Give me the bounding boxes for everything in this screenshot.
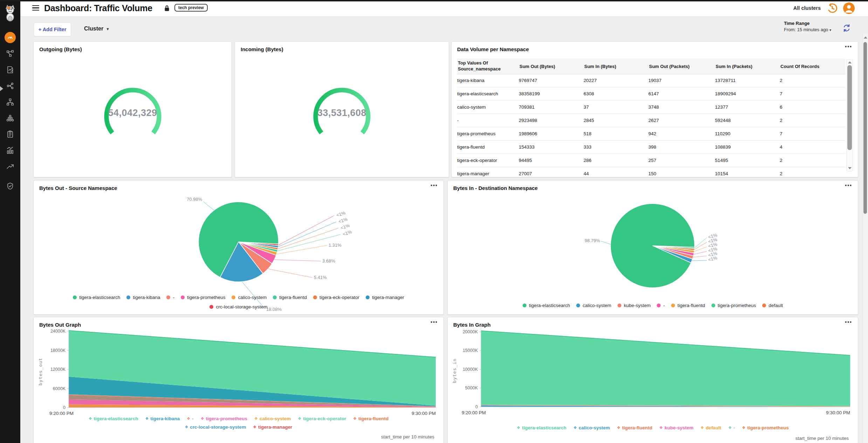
legend-item-calico-system[interactable]: calico-system — [576, 303, 611, 308]
legend-item-default[interactable]: ❖default — [701, 425, 721, 430]
legend-label: tigera-elasticsearch — [94, 416, 138, 421]
legend-item-tigera-elasticsearch[interactable]: ❖tigera-elasticsearch — [517, 425, 566, 430]
table-row[interactable]: tigera-prometheus19896065189421102907 — [457, 127, 845, 141]
legend-label: tigera-eck-operator — [319, 295, 359, 300]
table-row[interactable]: calico-system709381373748123776 — [457, 101, 845, 114]
area-series-tigera-elasticsearch[interactable] — [481, 331, 850, 406]
nav-service-graph[interactable] — [0, 47, 20, 60]
table-row[interactable]: tigera-elasticsearch38358199630861471890… — [457, 87, 845, 101]
time-range-value[interactable]: From: 15 minutes ago ▾ — [784, 27, 831, 32]
page-scrollbar-thumb[interactable] — [863, 42, 867, 214]
series-toggle-icon: ❖ — [701, 425, 704, 430]
legend-item-tigera-kibana[interactable]: ❖tigera-kibana — [145, 416, 180, 421]
table-row[interactable]: tigera-eck-operator94495286257514952 — [457, 154, 845, 167]
legend-item-calico-system[interactable]: calico-system — [232, 295, 267, 300]
panel-pie-bytes-in: Bytes In - Destination Namespace ••• <1%… — [447, 180, 858, 315]
panel-menu-button[interactable]: ••• — [845, 183, 852, 188]
area-chart-bytes-in[interactable]: 05000K10000K15000K20000K9:20:00 PM9:30:0… — [448, 317, 858, 443]
sidebar-flyout-handle[interactable] — [0, 86, 3, 91]
legend-swatch — [671, 304, 675, 307]
table-cell: calico-system — [457, 104, 519, 110]
nav-reports[interactable] — [0, 144, 20, 157]
nav-clusters[interactable] — [0, 111, 20, 125]
table-row[interactable]: tigera-manager2700744150101542 — [457, 167, 845, 177]
nav-dashboard[interactable] — [0, 31, 20, 44]
table-row[interactable]: tigera-kibana97697472022719037137287112 — [457, 74, 845, 87]
legend-item-tigera-fluentd[interactable]: tigera-fluentd — [273, 295, 307, 300]
legend-item-tigera-prometheus[interactable]: tigera-prometheus — [711, 303, 756, 308]
legend-item--[interactable]: - — [657, 303, 665, 308]
nav-trends[interactable] — [0, 160, 20, 173]
legend-item-kube-system[interactable]: ❖kube-system — [659, 425, 693, 430]
panel-bytes-out-graph: Bytes Out Graph ••• 06000K12000K18000K24… — [33, 317, 444, 443]
table-cell: 518 — [584, 131, 648, 136]
table-cell: tigera-prometheus — [457, 131, 519, 136]
add-filter-button[interactable]: + Add Filter — [34, 22, 71, 36]
series-toggle-icon: ❖ — [353, 416, 357, 421]
table-scrollbar[interactable] — [846, 59, 853, 171]
legend-item-tigera-fluentd[interactable]: tigera-fluentd — [671, 303, 705, 308]
legend-item-tigera-manager[interactable]: ❖tigera-manager — [253, 424, 292, 430]
scroll-up-icon[interactable] — [864, 36, 867, 39]
panel-bytes-in-graph: Bytes In Graph ••• 05000K10000K15000K200… — [447, 317, 858, 443]
refresh-icon[interactable] — [842, 23, 851, 33]
cluster-dropdown[interactable]: Cluster▾ — [84, 26, 109, 32]
user-avatar[interactable] — [843, 2, 855, 14]
all-clusters-selector[interactable]: All clusters — [793, 5, 821, 11]
nav-security[interactable] — [0, 179, 20, 193]
legend-item-tigera-elasticsearch[interactable]: tigera-elasticsearch — [73, 295, 120, 300]
table-body: tigera-kibana97697472022719037137287112t… — [457, 74, 845, 177]
panel-menu-button[interactable]: ••• — [430, 183, 438, 188]
scroll-down-icon[interactable] — [848, 167, 852, 169]
legend-item-crc-local-storage-system[interactable]: crc-local-storage-system — [209, 304, 267, 309]
table-row[interactable]: -2923498284526275924482 — [457, 114, 845, 127]
pie-slice-tigera-elasticsearch[interactable] — [611, 204, 695, 288]
calico-cat-logo[interactable] — [0, 4, 20, 22]
pie-label-leader — [694, 251, 707, 254]
history-icon[interactable] — [826, 2, 838, 14]
table-cell: 2923498 — [519, 118, 584, 123]
legend-item-calico-system[interactable]: ❖calico-system — [254, 416, 291, 421]
panel-menu-button[interactable]: ••• — [430, 319, 438, 325]
legend-item-tigera-elasticsearch[interactable]: ❖tigera-elasticsearch — [89, 416, 138, 421]
panel-menu-button[interactable]: ••• — [845, 44, 852, 49]
nav-policies[interactable] — [0, 63, 20, 76]
pie-chart-bytes-in[interactable]: <1%<1%<1%<1%<1%<1%98.79% — [448, 180, 858, 314]
x-axis-label: start_time per 10 minutes — [381, 434, 434, 439]
pie-chart-bytes-out[interactable]: <1%<1%<1%<1%1.31%3.68%5.41%18.08%70.98% — [34, 180, 443, 314]
legend-item-calico-system[interactable]: ❖calico-system — [573, 425, 610, 430]
legend-item--[interactable]: - — [166, 295, 174, 300]
legend-item-default[interactable]: default — [762, 303, 783, 308]
table-cell: 333 — [584, 144, 648, 150]
legend-item-tigera-fluentd[interactable]: ❖tigera-fluentd — [617, 425, 652, 430]
chevron-down-icon: ▾ — [829, 28, 831, 32]
legend-item-tigera-kibana[interactable]: tigera-kibana — [126, 295, 160, 300]
legend-item-tigera-fluentd[interactable]: ❖tigera-fluentd — [353, 416, 388, 421]
table-row[interactable]: tigera-fluentd1543333333981088394 — [457, 141, 845, 154]
legend-item-tigera-eck-operator[interactable]: tigera-eck-operator — [313, 295, 359, 300]
menu-icon[interactable] — [32, 5, 39, 12]
panel-menu-button[interactable]: ••• — [845, 319, 852, 325]
nav-network[interactable] — [0, 95, 20, 109]
chevron-down-icon: ▾ — [106, 26, 109, 32]
time-range: Time Range From: 15 minutes ago ▾ — [784, 21, 831, 32]
table-scrollbar-thumb[interactable] — [847, 65, 852, 150]
graph-legend-row: ❖tigera-elasticsearch❖calico-system❖tige… — [448, 425, 858, 430]
table-cell: tigera-manager — [457, 171, 519, 176]
page-scrollbar[interactable] — [862, 34, 868, 443]
legend-item--[interactable]: ❖- — [728, 425, 735, 430]
legend-item-tigera-elasticsearch[interactable]: tigera-elasticsearch — [523, 303, 570, 308]
legend-item-kube-system[interactable]: kube-system — [618, 303, 651, 308]
nav-compliance[interactable] — [0, 128, 20, 141]
legend-item-tigera-manager[interactable]: tigera-manager — [366, 295, 404, 300]
time-range-label: Time Range — [784, 21, 831, 26]
scroll-up-icon[interactable] — [848, 61, 852, 63]
legend-item-crc-local-storage-system[interactable]: ❖crc-local-storage-system — [185, 424, 246, 430]
legend-item-tigera-prometheus[interactable]: tigera-prometheus — [181, 295, 226, 300]
legend-item-tigera-prometheus[interactable]: ❖tigera-prometheus — [742, 425, 788, 430]
legend-item-tigera-prometheus[interactable]: ❖tigera-prometheus — [201, 416, 247, 421]
legend-item-tigera-eck-operator[interactable]: ❖tigera-eck-operator — [298, 416, 346, 421]
table-column-header: Sum In (Bytes) — [584, 64, 648, 69]
table-cell: 7 — [780, 131, 845, 136]
legend-item--[interactable]: ❖- — [187, 416, 193, 421]
